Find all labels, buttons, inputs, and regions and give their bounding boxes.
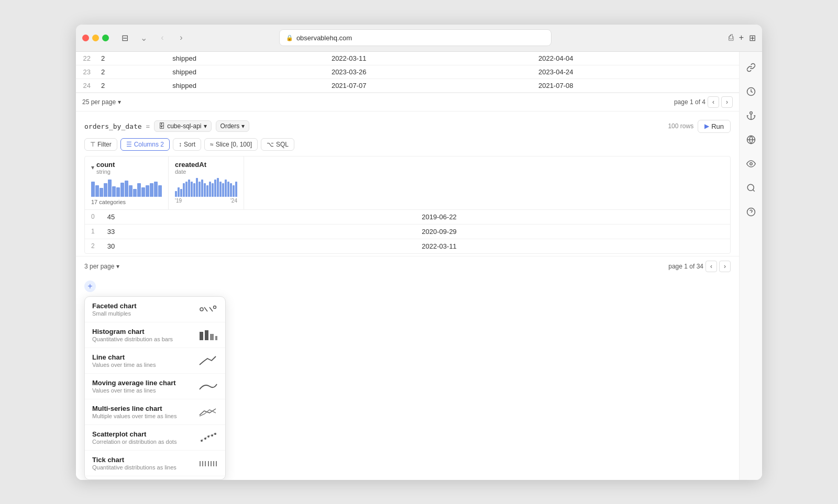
count-cell: 30	[101, 239, 416, 253]
grid-icon[interactable]: ⊞	[749, 33, 756, 43]
close-button[interactable]	[82, 35, 89, 41]
sql-button[interactable]: ⌥ SQL	[261, 138, 294, 151]
hist-bar	[120, 183, 124, 197]
back-icon[interactable]: ‹	[155, 30, 170, 45]
createdat-column-header: createdAt date	[169, 156, 244, 209]
forward-icon[interactable]: ›	[174, 30, 189, 45]
row-num: 2	[85, 239, 101, 253]
link-icon[interactable]	[744, 60, 758, 75]
hist-bar	[209, 182, 211, 197]
table-row: 22 2 shipped 2022-03-11 2022-04-04	[76, 52, 739, 65]
svg-line-28	[753, 189, 754, 191]
svg-rect-5	[215, 336, 217, 340]
slice-label: Slice [0, 100]	[216, 141, 252, 148]
columns-label: Columns 2	[134, 141, 164, 148]
menu-item-faceted[interactable]: Faceted chart Small multiples	[85, 297, 225, 322]
toggle-arrow-icon[interactable]: ▾	[91, 164, 94, 171]
hist-bar	[225, 180, 227, 196]
query-per-page-selector[interactable]: 3 per page ▾	[84, 263, 119, 270]
browser-toolbar-right: ⎙ + ⊞	[729, 33, 756, 43]
date-end-label: '24	[230, 198, 237, 204]
table-row: 1 33 2020-09-29	[85, 224, 730, 239]
menu-item-tick[interactable]: Tick chart Quantitative distributions as…	[85, 451, 225, 476]
sort-icon: ↕	[179, 141, 182, 148]
share-icon[interactable]: ⎙	[729, 33, 734, 42]
svg-point-26	[749, 162, 752, 165]
hist-bar	[100, 188, 103, 196]
svg-point-27	[747, 184, 754, 191]
menu-item-text: Moving average line chart Values over ti…	[92, 379, 193, 394]
filter-button[interactable]: ⊤ Filter	[84, 138, 117, 151]
next-page-button[interactable]: ›	[721, 96, 733, 108]
query-page-info: page 1 of 34	[668, 263, 703, 270]
table-selector[interactable]: Orders ▾	[216, 120, 250, 132]
row-num: 22	[76, 52, 95, 65]
menu-item-scatter[interactable]: Scatterplot chart Correlation or distrib…	[85, 425, 225, 451]
chevron-down-icon[interactable]: ⌄	[136, 30, 151, 45]
sort-label: Sort	[184, 141, 195, 148]
anchor-icon[interactable]	[744, 108, 758, 123]
sql-label: SQL	[276, 141, 289, 148]
columns-button[interactable]: ☰ Columns 2	[120, 138, 170, 151]
hist-bar	[112, 186, 116, 197]
menu-item-desc: Quantitative distributions as lines	[92, 464, 193, 471]
sort-button[interactable]: ↕ Sort	[173, 138, 201, 151]
chevron-down-icon: ▾	[241, 122, 245, 130]
query-prev-page-button[interactable]: ‹	[705, 261, 717, 272]
hist-bar	[141, 187, 145, 197]
row-num: 0	[85, 209, 101, 224]
menu-item-text: Faceted chart Small multiples	[92, 302, 193, 317]
per-page-selector[interactable]: 25 per page ▾	[82, 98, 121, 106]
query-next-page-button[interactable]: ›	[719, 261, 731, 272]
hist-bar	[108, 180, 112, 196]
play-icon: ▶	[704, 122, 709, 130]
svg-rect-2	[200, 332, 203, 340]
menu-item-moving-avg[interactable]: Moving average line chart Values over ti…	[85, 374, 225, 399]
menu-item-top10-bar[interactable]: Top 10 bar chart	[85, 476, 225, 480]
address-bar[interactable]: 🔒 observablehq.com	[279, 29, 552, 46]
globe-icon[interactable]	[744, 132, 758, 147]
chevron-down-icon: ▾	[118, 98, 121, 106]
table-label: Orders	[220, 122, 240, 130]
help-icon[interactable]	[744, 205, 758, 219]
hist-bar	[95, 185, 99, 197]
menu-item-text: Line chart Values over time as lines	[92, 353, 193, 368]
menu-item-histogram[interactable]: Histogram chart Quantitative distributio…	[85, 322, 225, 348]
line-chart-icon	[198, 353, 218, 368]
chevron-down-icon: ▾	[116, 263, 119, 270]
search-icon[interactable]	[744, 181, 758, 195]
title-bar: ⊟ ⌄ ‹ › 🔒 observablehq.com ⎙ + ⊞	[76, 25, 762, 52]
query-data-table: 0 45 2019-06-22 1 33 2020-09-29 2	[85, 209, 730, 253]
menu-item-multi-line[interactable]: Multi-series line chart Multiple values …	[85, 399, 225, 425]
row-num: 1	[85, 224, 101, 239]
date-cell: 2019-06-22	[415, 209, 730, 224]
hist-bar	[150, 183, 153, 196]
top-table-footer: 25 per page ▾ page 1 of 4 ‹ ›	[76, 93, 739, 111]
maximize-button[interactable]	[102, 35, 109, 41]
add-cell-button[interactable]: +	[84, 281, 96, 292]
browser-window: ⊟ ⌄ ‹ › 🔒 observablehq.com ⎙ + ⊞ 22 2	[76, 25, 762, 480]
hist-bar	[116, 187, 120, 197]
hist-bar	[214, 180, 216, 196]
minimize-button[interactable]	[92, 35, 99, 41]
run-button[interactable]: ▶ Run	[698, 120, 731, 133]
row-num: 23	[76, 65, 95, 79]
menu-item-title: Scatterplot chart	[92, 430, 193, 438]
menu-item-line[interactable]: Line chart Values over time as lines	[85, 348, 225, 374]
plus-icon: +	[87, 282, 92, 291]
database-selector[interactable]: 🗄 cube-sql-api ▾	[154, 120, 211, 132]
new-tab-icon[interactable]: +	[739, 33, 744, 42]
hist-bar	[137, 183, 141, 196]
hist-bar	[133, 189, 137, 196]
categories-label: 17 categories	[91, 199, 162, 205]
svg-point-7	[204, 438, 206, 440]
query-per-page-label: 3 per page	[84, 263, 114, 270]
eye-icon[interactable]	[744, 156, 758, 171]
tick-chart-icon	[198, 456, 218, 471]
svg-rect-4	[210, 334, 214, 340]
clock-icon[interactable]	[744, 84, 758, 99]
prev-page-button[interactable]: ‹	[708, 96, 719, 108]
sidebar-toggle-icon[interactable]: ⊟	[117, 30, 132, 45]
hist-bar	[146, 185, 149, 197]
slice-button[interactable]: ≈ Slice [0, 100]	[204, 138, 258, 151]
